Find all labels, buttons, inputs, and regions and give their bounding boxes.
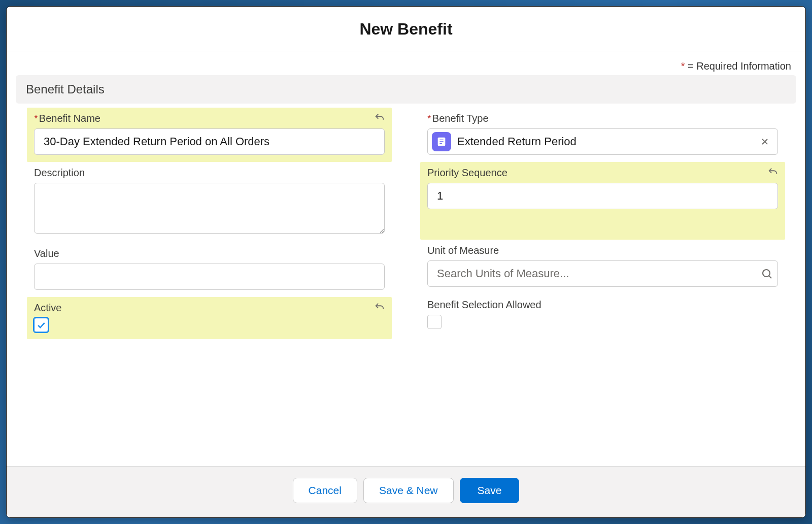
label-priority-sequence: Priority Sequence [427,167,778,179]
svg-point-3 [763,270,770,277]
required-asterisk: * [681,60,685,72]
unit-of-measure-search[interactable] [427,260,778,287]
benefit-name-input[interactable] [34,128,385,155]
required-asterisk: * [34,113,38,124]
description-textarea[interactable] [34,183,385,234]
modal-footer: Cancel Save & New Save [7,466,805,517]
modal-header: New Benefit [7,7,805,51]
undo-icon[interactable] [767,166,779,178]
value-input[interactable] [34,264,385,290]
clear-icon[interactable] [758,135,771,148]
search-icon[interactable] [756,268,777,280]
field-benefit-name: *Benefit Name [27,108,392,162]
priority-sequence-input[interactable] [427,183,778,209]
field-priority-sequence: Priority Sequence [420,162,785,240]
benefit-selection-allowed-checkbox[interactable] [427,315,442,329]
label-benefit-type: *Benefit Type [427,113,778,124]
active-checkbox[interactable] [34,318,48,332]
benefit-type-value: Extended Return Period [451,133,758,150]
benefit-type-icon [432,132,451,151]
required-text: = Required Information [688,60,791,72]
label-value: Value [34,248,385,259]
form-grid: *Benefit Name Description Value Ac [7,108,805,359]
form-col-left: *Benefit Name Description Value Ac [27,108,392,339]
svg-line-4 [769,276,772,279]
required-info-note: * = Required Information [7,51,805,75]
required-asterisk: * [427,113,431,124]
modal-body: * = Required Information Benefit Details… [7,51,805,466]
field-unit-of-measure: Unit of Measure [420,240,785,294]
label-benefit-name: *Benefit Name [34,113,385,124]
modal-title: New Benefit [7,20,805,39]
label-description: Description [34,167,385,179]
field-active: Active [27,297,392,339]
field-value: Value [27,243,392,297]
label-active: Active [34,302,385,314]
section-header-benefit-details: Benefit Details [16,75,796,104]
new-benefit-modal: New Benefit * = Required Information Ben… [6,6,806,518]
label-benefit-selection-allowed: Benefit Selection Allowed [427,299,778,311]
section-title: Benefit Details [26,82,786,96]
unit-of-measure-input[interactable] [428,261,756,286]
label-unit-of-measure: Unit of Measure [427,245,778,256]
benefit-type-lookup[interactable]: Extended Return Period [427,128,778,155]
form-col-right: *Benefit Type Extended Return Period [420,108,785,339]
undo-icon[interactable] [374,112,386,124]
cancel-button[interactable]: Cancel [293,478,357,503]
save-button[interactable]: Save [460,478,520,503]
field-benefit-selection-allowed: Benefit Selection Allowed [420,294,785,336]
field-description: Description [27,162,392,243]
undo-icon[interactable] [374,301,386,313]
field-benefit-type: *Benefit Type Extended Return Period [420,108,785,162]
save-and-new-button[interactable]: Save & New [363,478,454,503]
